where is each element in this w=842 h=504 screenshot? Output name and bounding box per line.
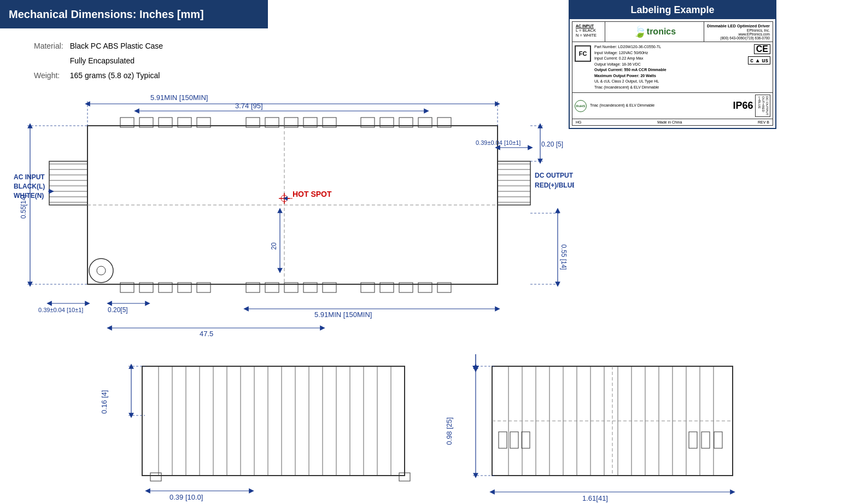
svg-rect-140 <box>499 432 507 448</box>
svg-text:AC INPUT: AC INPUT <box>14 173 45 181</box>
svg-rect-10 <box>498 161 530 205</box>
rev: REV B <box>758 120 769 124</box>
svg-text:RED(+)/BLUE(-): RED(+)/BLUE(-) <box>535 181 574 189</box>
ce-mark: CE <box>754 44 770 54</box>
label-top-row: AC INPUT L = BLACK N = WHITE 🍃 tronics D… <box>572 22 773 42</box>
svg-rect-1 <box>49 161 87 205</box>
input-current: Input Current: 0.22 Amp Max <box>594 56 745 62</box>
svg-text:1.61[41]: 1.61[41] <box>582 494 608 502</box>
labeling-title: Labeling Example <box>570 1 775 19</box>
max-power: Maximum Output Power: 20 Watts <box>594 73 745 79</box>
phone: (800) 643-0060/(719) 636-0700 <box>707 36 770 40</box>
svg-text:0.20[5]: 0.20[5] <box>108 306 128 314</box>
input-voltage: Input Voltage: 120VAC 50/60Hz <box>594 50 745 56</box>
svg-text:20: 20 <box>270 242 278 250</box>
svg-rect-94 <box>142 366 405 476</box>
svg-text:DC  OUTPUT: DC OUTPUT <box>535 172 574 179</box>
made-in: Made in China <box>657 120 682 124</box>
label-bottom-specs: Triac (Incandescent) & ELV Dimmable <box>590 103 728 109</box>
label-hg-row: HG Made in China REV B <box>572 119 773 125</box>
svg-text:5.91MIN [150MIN]: 5.91MIN [150MIN] <box>314 310 372 319</box>
svg-text:WHITE(N): WHITE(N) <box>14 192 44 200</box>
header-bar: Mechanical Dimensions: Inches [mm] <box>0 0 268 28</box>
main-drawing: 5.91MIN [150MIN] 3.74 [95] 0.55[14] 0.20… <box>0 30 574 353</box>
svg-text:BLACK(L): BLACK(L) <box>14 183 45 190</box>
svg-text:47.5: 47.5 <box>200 330 213 338</box>
svg-rect-144 <box>701 432 710 448</box>
svg-text:HOT SPOT: HOT SPOT <box>293 190 332 198</box>
svg-text:0.39±0.04 [10±1]: 0.39±0.04 [10±1] <box>476 139 521 146</box>
svg-text:0.55 [14]: 0.55 [14] <box>560 244 568 270</box>
svg-rect-141 <box>510 432 518 448</box>
website: www.EPtronics.com <box>707 32 770 36</box>
output-voltage: Output Voltage: 18-36 VDC <box>594 62 745 68</box>
ac-n: N = WHITE <box>576 33 601 38</box>
svg-rect-143 <box>689 432 697 448</box>
svg-point-49 <box>89 259 113 283</box>
svg-text:0.39 [10.0]: 0.39 [10.0] <box>169 493 203 501</box>
labeling-example-box: Labeling Example AC INPUT L = BLACK N = … <box>569 0 776 129</box>
label-dimmable: Dimmable LED Optimized Driver EPtronics,… <box>704 22 773 42</box>
svg-text:0.20 [5]: 0.20 [5] <box>541 140 563 148</box>
svg-text:5.91MIN  [150MIN]: 5.91MIN [150MIN] <box>150 93 208 102</box>
page-title: Mechanical Dimensions: Inches [mm] <box>9 8 204 21</box>
rohs-badge: RoHS <box>575 100 587 112</box>
triac-text: Triac (Incandescent) & ELV Dimmable <box>590 103 654 107</box>
label-content: AC INPUT L = BLACK N = WHITE 🍃 tronics D… <box>572 21 773 126</box>
bottom-views-drawing: 0.16 [4] 0.39 [10.0] 0.98 [25] 1.61[41] <box>0 350 842 504</box>
ac-l: L = BLACK <box>576 28 601 33</box>
label-middle-row: FC Part Number: LD20W120-36-C0550-TL Inp… <box>572 42 773 93</box>
svg-text:0.16 [4]: 0.16 [4] <box>100 390 108 414</box>
label-specs: Part Number: LD20W120-36-C0550-TL Input … <box>594 44 745 90</box>
svg-rect-145 <box>714 432 722 448</box>
company-name: EPtronics, Inc. <box>707 28 770 32</box>
svg-rect-142 <box>522 432 530 448</box>
output-current: Output Current: 550 mA CCR Dimmable <box>594 67 745 73</box>
ul-mark: c ▲ us <box>748 56 770 65</box>
fc-badge: FC <box>575 45 591 62</box>
svg-text:3.74 [95]: 3.74 [95] <box>235 102 263 110</box>
dimmable-title: Dimmable LED Optimized Driver <box>707 24 770 28</box>
ul-class: UL & cUL Class 2 Output, UL Type HL <box>594 79 745 85</box>
svg-text:0.39±0.04 [10±1]: 0.39±0.04 [10±1] <box>38 307 83 313</box>
triac: Triac (Incandescent) & ELV Dimmable <box>594 85 745 91</box>
hg-label: HG <box>576 120 582 124</box>
label-right-col: CE c ▲ us <box>748 44 770 65</box>
svg-point-50 <box>97 266 106 275</box>
logo-text: tronics <box>647 27 676 37</box>
label-bottom-row: RoHS Triac (Incandescent) & ELV Dimmable… <box>572 93 773 119</box>
svg-text:0.98 [25]: 0.98 [25] <box>445 417 453 445</box>
part-number: Part Number: LD20W120-36-C0550-TL <box>594 44 745 50</box>
dc-output-small: DC OUTPUTOUT=RED+=BLUE <box>755 95 770 117</box>
label-logo-area: 🍃 tronics <box>605 22 704 42</box>
ac-input-title: AC INPUT <box>576 24 601 28</box>
label-ac-input: AC INPUT L = BLACK N = WHITE <box>572 22 605 42</box>
logo-leaf-icon: 🍃 <box>633 25 647 38</box>
svg-rect-113 <box>150 473 161 481</box>
ip66-text: IP66 <box>733 100 753 112</box>
